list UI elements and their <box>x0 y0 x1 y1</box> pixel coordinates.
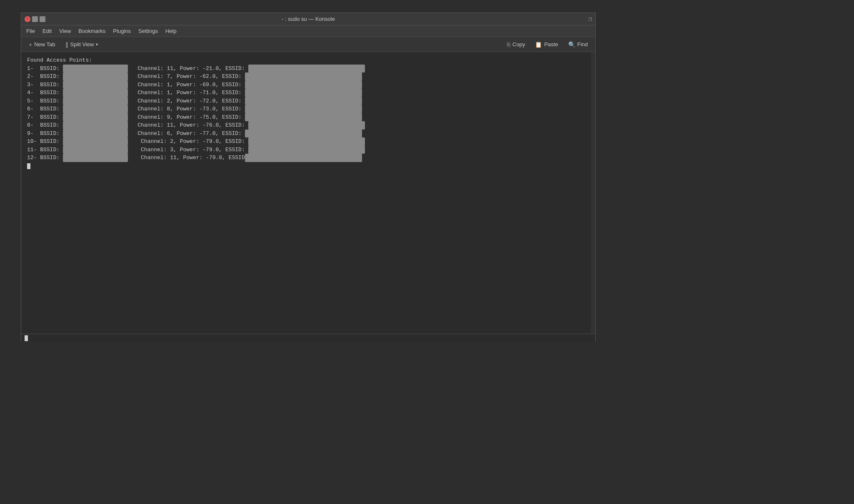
toolbar-right: ⎘ Copy 📋 Paste 🔍 Find <box>503 40 592 50</box>
ap-line-8: 8- BSSID: Channel: 11, Power: -76.0, ESS… <box>27 121 589 130</box>
ap-line-12: 12- BSSID: Channel: 11, Power: -79.0, ES… <box>27 154 589 162</box>
bssid-redact-5 <box>63 97 128 105</box>
essid-redact-4 <box>245 89 362 97</box>
scrollbar[interactable] <box>591 52 595 334</box>
terminal-header-line: Found Access Points: <box>27 56 589 65</box>
bssid-redact-3 <box>63 81 128 89</box>
bssid-redact-10 <box>63 137 128 146</box>
split-view-label: Split View <box>70 41 94 47</box>
copy-button[interactable]: ⎘ Copy <box>503 40 529 50</box>
copy-icon: ⎘ <box>507 41 510 48</box>
minimize-button[interactable] <box>32 16 38 22</box>
menu-view[interactable]: View <box>56 27 74 35</box>
ap-line-1: 1- BSSID: Channel: 11, Power: -21.0, ESS… <box>27 65 589 73</box>
essid-redact-7 <box>245 113 362 122</box>
close-button[interactable]: × <box>25 16 30 22</box>
copy-label: Copy <box>512 41 525 47</box>
ap-line-6: 6- BSSID: Channel: 8, Power: -73.0, ESSI… <box>27 105 589 113</box>
essid-redact-8 <box>248 121 365 130</box>
new-tab-label: New Tab <box>34 41 55 47</box>
essid-redact-12 <box>245 154 362 162</box>
expand-icon[interactable]: ❐ <box>589 15 592 22</box>
ap-line-3: 3- BSSID: Channel: 1, Power: -69.0, ESSI… <box>27 81 589 89</box>
essid-redact-6 <box>245 105 362 113</box>
bssid-redact-8 <box>63 121 128 130</box>
essid-redact-10 <box>248 137 365 146</box>
essid-redact-5 <box>245 97 362 105</box>
essid-redact-11 <box>248 146 365 154</box>
status-cursor <box>25 335 28 341</box>
essid-redact-3 <box>245 81 362 89</box>
find-label: Find <box>577 41 588 47</box>
find-button[interactable]: 🔍 Find <box>564 40 592 50</box>
bssid-redact-1 <box>63 65 128 73</box>
bssid-redact-12 <box>63 154 128 162</box>
ap-line-10: 10- BSSID: Channel: 2, Power: -79.0, ESS… <box>27 137 589 146</box>
toolbar: + New Tab ‖ Split View ▾ ⎘ Copy 📋 Paste … <box>21 37 595 52</box>
bssid-redact-6 <box>63 105 128 113</box>
paste-button[interactable]: 📋 Paste <box>531 40 562 50</box>
bssid-redact-9 <box>63 130 128 138</box>
menu-help[interactable]: Help <box>162 27 180 35</box>
terminal-cursor <box>27 163 30 169</box>
menu-settings[interactable]: Settings <box>135 27 161 35</box>
maximize-button[interactable] <box>40 16 45 22</box>
paste-label: Paste <box>544 41 558 47</box>
essid-redact-2 <box>245 72 362 81</box>
ap-line-9: 9- BSSID: Channel: 6, Power: -77.0, ESSI… <box>27 130 589 138</box>
menu-file[interactable]: File <box>23 27 38 35</box>
window-title: - : sudo su — Konsole <box>282 16 335 22</box>
split-view-button[interactable]: ‖ Split View ▾ <box>61 40 102 50</box>
bssid-redact-11 <box>63 146 128 154</box>
ap-line-5: 5- BSSID: Channel: 2, Power: -72.0, ESSI… <box>27 97 589 105</box>
menu-bookmarks[interactable]: Bookmarks <box>75 27 109 35</box>
split-view-icon: ‖ <box>65 41 68 48</box>
new-tab-button[interactable]: + New Tab <box>25 40 60 50</box>
new-tab-icon: + <box>29 41 32 48</box>
bssid-redact-7 <box>63 113 128 122</box>
essid-redact-9 <box>245 130 362 138</box>
menu-plugins[interactable]: Plugins <box>110 27 134 35</box>
menu-edit[interactable]: Edit <box>39 27 55 35</box>
menu-bar: File Edit View Bookmarks Plugins Setting… <box>21 25 595 37</box>
paste-icon: 📋 <box>535 41 542 48</box>
window-controls: × <box>25 16 45 22</box>
terminal-area[interactable]: Found Access Points: 1- BSSID: Channel: … <box>21 52 595 334</box>
konsole-window: × - : sudo su — Konsole ❐ File Edit View… <box>21 12 596 342</box>
ap-line-2: 2- BSSID: Channel: 7, Power: -62.0, ESSI… <box>27 72 589 81</box>
bssid-redact-4 <box>63 89 128 97</box>
status-bar <box>21 334 595 342</box>
find-icon: 🔍 <box>568 41 575 48</box>
essid-redact-1 <box>248 65 365 73</box>
cursor-line <box>27 162 589 170</box>
bssid-redact-2 <box>63 72 128 81</box>
ap-line-4: 4- BSSID: Channel: 1, Power: -71.0, ESSI… <box>27 89 589 97</box>
split-view-chevron: ▾ <box>96 42 98 47</box>
ap-line-7: 7- BSSID: Channel: 9, Power: -75.0, ESSI… <box>27 113 589 122</box>
ap-line-11: 11- BSSID: Channel: 3, Power: -79.0, ESS… <box>27 146 589 154</box>
title-bar: × - : sudo su — Konsole ❐ <box>21 13 595 25</box>
